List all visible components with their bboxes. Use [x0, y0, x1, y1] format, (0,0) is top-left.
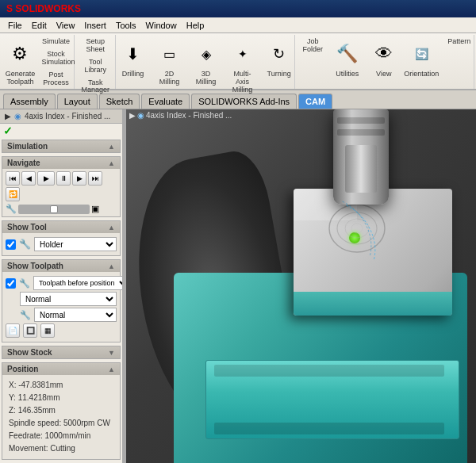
utilities-button[interactable]: 🔨 Utilities — [330, 36, 365, 79]
nav-prev-button[interactable]: ◀ — [21, 171, 36, 186]
position-header[interactable]: Position ▲ — [2, 363, 120, 375]
status-check: ✓ — [0, 124, 122, 138]
show-tool-checkbox[interactable] — [6, 239, 16, 250]
position-label: Position — [7, 365, 38, 373]
position-slider[interactable] — [18, 205, 90, 214]
2d-milling-button[interactable]: ▭ 2DMilling — [152, 36, 187, 87]
pattern-button[interactable]: Pattern — [445, 36, 474, 48]
tab-cam[interactable]: CAM — [298, 94, 332, 109]
view-label: View — [376, 70, 391, 78]
toolpath-icon-btn3[interactable]: ▦ — [40, 323, 55, 338]
turning-label: Turning — [267, 70, 291, 78]
tool-library-button[interactable]: Tool Library — [79, 57, 113, 76]
breadcrumb-arrow: ▶ — [129, 111, 136, 120]
post-process-button[interactable]: Post Process — [39, 70, 72, 89]
tab-evaluate[interactable]: Evaluate — [141, 94, 190, 109]
show-toolpath-header[interactable]: Show Toolpath ▲ — [2, 260, 120, 272]
nav-play-button[interactable]: ▶ — [37, 171, 55, 186]
position-content: X: -47.8381mm Y: 11.4218mm Z: 146.35mm S… — [2, 375, 120, 459]
toolpath-display-select[interactable]: Toolpath before position Full toolpath N… — [33, 276, 123, 290]
view-button[interactable]: 👁 View — [367, 36, 401, 79]
multi-axis-button[interactable]: ✦ Multi-AxisMilling — [225, 36, 260, 95]
toolpath-icon2: 🔧 — [20, 310, 31, 320]
orientation-button[interactable]: 🔄 Orientation — [403, 36, 440, 79]
tree-expand-icon: ▶ — [5, 112, 11, 121]
3d-milling-icon: ◈ — [194, 38, 219, 70]
orientation-label: Orientation — [404, 70, 439, 78]
toolpath-row1: 🔧 Toolpath before position Full toolpath… — [6, 276, 117, 290]
menu-view[interactable]: View — [52, 19, 80, 32]
position-section: Position ▲ X: -47.8381mm Y: 11.4218mm Z:… — [2, 362, 121, 460]
menu-insert[interactable]: Insert — [79, 19, 111, 32]
tree-header: ▶ ◉ 4axis Index - Finished ... — [0, 109, 122, 124]
navigate-header[interactable]: Navigate ▲ — [2, 157, 120, 169]
turning-button[interactable]: ↻ Turning — [262, 36, 297, 79]
tool-holder-ring — [337, 117, 385, 124]
menu-window[interactable]: Window — [141, 19, 182, 32]
show-stock-section: Show Stock ▼ — [2, 346, 121, 359]
show-toolpath-label: Show Toolpath — [7, 262, 63, 270]
drilling-button[interactable]: ⬇ Drilling — [116, 36, 151, 79]
stock-simulation-button[interactable]: Stock Simulation — [39, 49, 72, 68]
simulation-label: Simulation — [7, 142, 48, 151]
tree-item-label[interactable]: 4axis Index - Finished ... — [25, 112, 110, 121]
simulate-button[interactable]: Simulate — [39, 36, 72, 48]
nav-last-button[interactable]: ⏭ — [88, 171, 102, 186]
view-icon: 👁 — [371, 38, 397, 70]
job-folder-button[interactable]: Job Folder — [298, 36, 328, 55]
nav-first-button[interactable]: ⏮ — [6, 171, 20, 186]
tab-solidworks-addins[interactable]: SOLIDWORKS Add-Ins — [191, 94, 297, 109]
position-y: Y: 11.4218mm — [9, 392, 113, 404]
tab-sketch[interactable]: Sketch — [99, 94, 140, 109]
vise-rail — [214, 365, 444, 377]
tab-layout[interactable]: Layout — [57, 94, 98, 109]
toolpath-style2-select[interactable]: Normal Faded Hidden — [34, 308, 117, 322]
workpiece — [294, 189, 452, 316]
viewport[interactable]: ▶ ◉ 4axis Index - Finished ... — [126, 109, 476, 463]
nav-loop-button[interactable]: 🔁 — [6, 187, 20, 201]
menu-tools[interactable]: Tools — [111, 19, 141, 32]
setup-sheet-button[interactable]: Setup Sheet — [79, 36, 113, 55]
menu-file[interactable]: File — [3, 19, 27, 32]
toolpath-icon-btn2[interactable]: 🔲 — [23, 323, 37, 338]
generate-toolpath-button[interactable]: ⚙ GenerateToolpath — [2, 36, 37, 87]
task-manager-label: Task Manager — [82, 79, 110, 95]
show-tool-header[interactable]: Show Tool ▲ — [2, 221, 120, 233]
generate-toolpath-label: GenerateToolpath — [6, 70, 36, 86]
drilling-label: Drilling — [122, 70, 144, 78]
generate-toolpath-icon: ⚙ — [7, 38, 33, 70]
tool-type-select[interactable]: Holder Tool None — [34, 237, 117, 251]
tool-holder-ring2 — [337, 129, 385, 136]
nav-pause-button[interactable]: ⏸ — [56, 171, 71, 186]
movement: Movement: Cutting — [9, 442, 113, 455]
toolpath-icons-row: 📄 🔲 ▦ — [6, 323, 117, 338]
show-stock-label: Show Stock — [7, 348, 52, 357]
navigate-label: Navigate — [7, 159, 40, 167]
show-tool-section: Show Tool ▲ 🔧 Holder Tool None — [2, 220, 121, 256]
simulation-header[interactable]: Simulation ▲ — [2, 140, 120, 152]
position-z: Z: 146.35mm — [9, 404, 113, 417]
show-toolpath-content: 🔧 Toolpath before position Full toolpath… — [2, 272, 120, 342]
show-stock-header[interactable]: Show Stock ▼ — [2, 346, 120, 358]
vise-body — [205, 360, 459, 439]
ribbon-group-job: Job Folder 🔨 Utilities 👁 View 🔄 Orientat… — [297, 35, 474, 89]
3d-milling-button[interactable]: ◈ 3DMilling — [189, 36, 224, 87]
position-info: X: -47.8381mm Y: 11.4218mm Z: 146.35mm S… — [6, 377, 117, 457]
workpiece-clamp — [294, 292, 452, 316]
show-tool-row: 🔧 Holder Tool None — [6, 237, 117, 251]
nav-next-button[interactable]: ▶ — [72, 171, 86, 186]
breadcrumb: ▶ ◉ 4axis Index - Finished ... — [129, 111, 232, 120]
toolpath-style1-select[interactable]: Normal Faded Hidden — [20, 292, 117, 306]
tab-assembly[interactable]: Assembly — [3, 94, 56, 109]
show-stock-collapse-icon: ▼ — [108, 349, 115, 357]
toolpath-icon-btn1[interactable]: 📄 — [6, 323, 20, 338]
navigate-section: Navigate ▲ ⏮ ◀ ▶ ⏸ ▶ ⏭ 🔁 🔧 ▣ — [2, 156, 121, 217]
show-tool-label: Show Tool — [7, 223, 47, 232]
menu-help[interactable]: Help — [182, 19, 209, 32]
tree-item-icon: ◉ — [14, 112, 21, 121]
menu-edit[interactable]: Edit — [27, 19, 52, 32]
show-toolpath-checkbox[interactable] — [6, 278, 16, 289]
tool-holder-body — [333, 109, 389, 205]
slider-end-icon: ▣ — [91, 204, 99, 214]
stock-simulation-label: Stock Simulation — [41, 51, 70, 67]
